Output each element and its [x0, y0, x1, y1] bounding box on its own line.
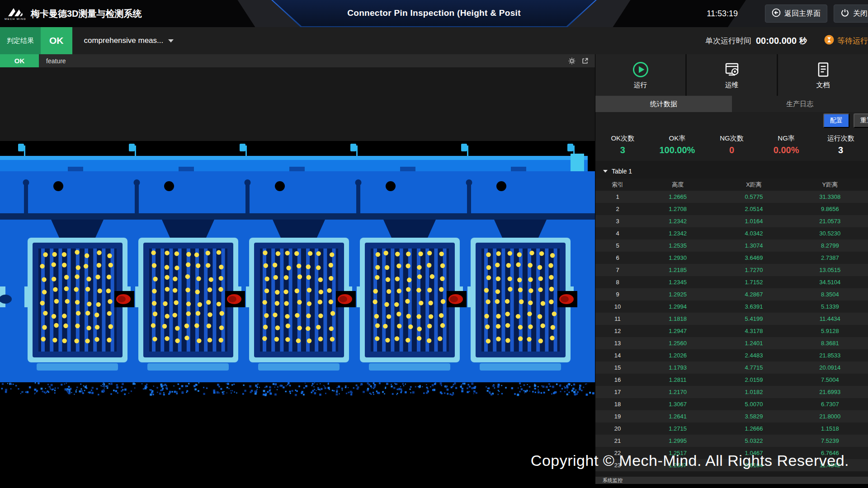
measurement-table: 索引高度X距离Y距离11.26650.577531.330821.27082.0… [595, 178, 868, 477]
cell-height: 1.2947 [640, 328, 716, 334]
stat-label: OK次数 [611, 134, 634, 143]
cell-height: 1.1818 [640, 315, 716, 322]
table-collapse-header[interactable]: Table 1 [595, 166, 868, 176]
table-row[interactable]: 21.27082.05149.8656 [595, 203, 868, 215]
back-to-main-button[interactable]: 返回主界面 [765, 5, 827, 23]
cell-index: 6 [595, 254, 640, 261]
measurement-profile-dropdown[interactable]: comprehensive meas... [84, 27, 174, 54]
cell-y-distance: 20.0914 [792, 364, 868, 371]
table-row[interactable]: 181.30675.00706.7307 [595, 398, 868, 410]
action-maintenance-button[interactable]: 运维 [687, 54, 777, 96]
statistics-summary: OK次数3OK率100.00%NG次数0NG率0.00%运行次数3 [595, 129, 868, 161]
stat-value: 3 [838, 145, 843, 155]
shutdown-button[interactable]: 关闭系统 [834, 5, 868, 23]
table-row[interactable]: 11.26650.577531.3308 [595, 191, 868, 203]
table-row[interactable]: 151.17934.771520.0914 [595, 361, 868, 374]
stat-value: 0 [729, 145, 734, 155]
judge-result-value: OK [41, 27, 72, 54]
pointcloud-image[interactable] [0, 141, 595, 484]
table-header-row: 索引高度X距离Y距离 [595, 178, 868, 191]
cell-x-distance: 1.7152 [716, 279, 792, 286]
cell-x-distance: 5.0070 [716, 401, 792, 408]
viewer-canvas [0, 67, 595, 484]
cell-height: 1.2811 [640, 376, 716, 383]
table-row[interactable]: 61.29303.64692.7387 [595, 252, 868, 264]
cell-x-distance: 2.0514 [716, 206, 792, 212]
cell-x-distance: 1.2401 [716, 340, 792, 347]
cell-index: 9 [595, 291, 640, 298]
cell-height: 1.3067 [640, 401, 716, 408]
table-row[interactable]: 101.29943.63915.1339 [595, 300, 868, 313]
runtime-value: 00:00.000 [756, 36, 797, 46]
config-button[interactable]: 配置 [823, 113, 849, 128]
cell-x-distance: 1.7270 [716, 267, 792, 273]
action-docs-button[interactable]: 文档 [778, 54, 868, 96]
table-row[interactable]: 91.29254.28678.3504 [595, 288, 868, 300]
back-arrow-icon [772, 8, 781, 19]
cell-height: 1.2715 [640, 425, 716, 432]
cell-index: 19 [595, 413, 640, 420]
table-row[interactable]: 81.23451.715234.5104 [595, 276, 868, 288]
cell-y-distance: 34.5104 [792, 279, 868, 286]
cell-index: 5 [595, 242, 640, 249]
action-run-button[interactable]: 运行 [595, 54, 685, 96]
table-row[interactable]: 51.25351.30748.2799 [595, 239, 868, 252]
cell-y-distance: 21.6993 [792, 389, 868, 395]
expand-icon[interactable] [581, 57, 589, 65]
clock: 11:53:19 [707, 9, 738, 19]
table-row[interactable]: 161.28112.01597.5004 [595, 374, 868, 386]
table-row[interactable]: 41.23424.034230.5230 [595, 227, 868, 239]
table-row[interactable]: 171.21701.018221.6993 [595, 386, 868, 398]
tab-production-log[interactable]: 生产日志 [732, 96, 868, 112]
judge-result-badge: 判定结果 OK [0, 27, 72, 54]
cell-height: 1.2026 [640, 352, 716, 359]
cell-y-distance: 21.0573 [792, 218, 868, 225]
table-row[interactable]: 141.20262.448321.8533 [595, 349, 868, 361]
stat-2: NG次数0 [704, 129, 759, 161]
app-title: 梅卡曼德3D测量与检测系统 [31, 8, 142, 20]
cell-x-distance: 4.7715 [716, 364, 792, 371]
table-row[interactable]: 121.29474.31785.9128 [595, 325, 868, 337]
table-row[interactable]: 191.26413.582921.8000 [595, 410, 868, 422]
cell-y-distance: 8.3681 [792, 340, 868, 347]
cell-y-distance: 21.8533 [792, 352, 868, 359]
cell-x-distance: 4.0342 [716, 230, 792, 237]
cell-height: 1.2342 [640, 230, 716, 237]
cell-height: 1.2560 [640, 340, 716, 347]
collapse-caret-icon [603, 170, 608, 173]
app-logo: MECH MIND 梅卡曼德3D测量与检测系统 [0, 7, 142, 20]
top-bar: MECH MIND 梅卡曼德3D测量与检测系统 Connector Pin In… [0, 0, 868, 27]
cell-y-distance: 30.5230 [792, 230, 868, 237]
cell-y-distance: 7.5239 [792, 437, 868, 444]
topbar-right: 11:53:19 返回主界面 关闭系统 [707, 0, 868, 27]
table-row[interactable]: 71.21851.727013.0515 [595, 264, 868, 276]
stat-value: 100.00% [659, 145, 695, 155]
gear-icon[interactable] [568, 57, 576, 65]
reset-button[interactable]: 重置 [854, 113, 868, 128]
table-row[interactable]: 111.18185.419911.4434 [595, 313, 868, 325]
runtime-unit: 秒 [799, 36, 807, 46]
system-monitor-bar[interactable]: 系统监控 [595, 477, 868, 484]
table-row[interactable]: 211.29955.03227.5239 [595, 435, 868, 447]
stat-0: OK次数3 [595, 129, 650, 161]
image-viewer: OK feature [0, 54, 595, 484]
table-row[interactable]: 131.25601.24018.3681 [595, 337, 868, 349]
cell-index: 4 [595, 230, 640, 237]
cell-height: 1.2930 [640, 254, 716, 261]
viewer-tab-feature[interactable]: feature [39, 54, 73, 67]
column-header: X距离 [716, 181, 792, 189]
cell-y-distance: 6.7307 [792, 401, 868, 408]
tab-statistics[interactable]: 统计数据 [595, 96, 732, 112]
cell-height: 1.2708 [640, 206, 716, 212]
judge-result-label: 判定结果 [0, 27, 41, 54]
cell-height: 1.2170 [640, 389, 716, 395]
cell-height: 1.2535 [640, 242, 716, 249]
cell-y-distance: 8.2799 [792, 242, 868, 249]
table-row[interactable]: 201.27151.26661.1518 [595, 422, 868, 435]
status-bar: 判定结果 OK comprehensive meas... 单次运行时间 00:… [0, 27, 868, 54]
cell-height: 1.2345 [640, 279, 716, 286]
stat-3: NG率0.00% [759, 129, 814, 161]
table-row[interactable]: 31.23421.016421.0573 [595, 215, 868, 227]
cell-index: 12 [595, 328, 640, 334]
mech-mind-logo-icon: MECH MIND [5, 7, 26, 20]
